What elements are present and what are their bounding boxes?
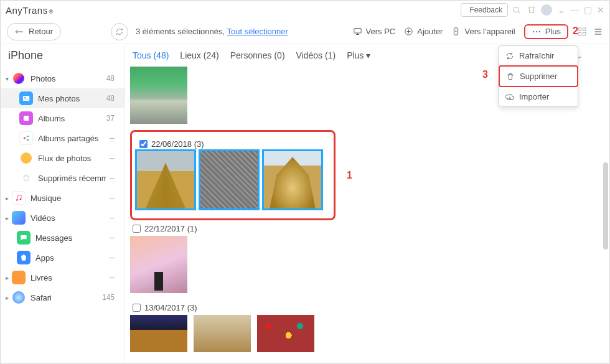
close-icon[interactable]: ✕ [597,5,604,15]
svg-point-13 [24,97,26,98]
photos-icon [12,72,26,85]
select-all-link[interactable]: Tout sélectionner [227,27,288,36]
filter-places[interactable]: Lieux (24) [180,50,218,60]
monitor-icon [353,27,362,36]
maximize-icon[interactable]: ▢ [584,5,592,15]
sidebar-count: -- [110,134,118,142]
photo-thumb[interactable] [130,315,187,352]
photo-thumb[interactable] [137,151,194,208]
sidebar-count: -- [110,154,118,162]
albums-icon [19,111,33,125]
messages-icon [17,231,30,245]
stream-icon [19,151,33,165]
photo-thumb[interactable] [257,315,314,352]
svg-point-1 [514,7,518,12]
group-checkbox[interactable] [133,225,141,233]
dropdown-import[interactable]: Importer [499,87,578,106]
sidebar-item-safari[interactable]: ▸ Safari 145 [1,287,124,307]
trademark: ® [49,9,54,15]
photo-thumb[interactable] [200,151,258,208]
filter-people[interactable]: Personnes (0) [230,50,285,60]
more-button[interactable]: Plus 2 [524,24,568,39]
list-view-icon[interactable] [593,27,603,37]
sidebar-item-shared[interactable]: Albums partagés -- [1,128,124,148]
to-pc-label: Vers PC [366,27,396,36]
sidebar-count: -- [110,174,118,182]
refresh-button[interactable] [111,23,128,40]
svg-rect-14 [24,116,29,121]
shirt-icon[interactable] [525,4,538,16]
sidebar-item-apps[interactable]: Apps -- [1,248,124,268]
filter-videos[interactable]: Vidéos (1) [296,50,336,60]
sidebar-item-messages[interactable]: Messages -- [1,228,124,248]
callout-2: 2 [573,26,578,37]
sidebar-item-myphotos[interactable]: Mes photos 48 [1,88,124,108]
sidebar-item-deleted[interactable]: Supprimés récemment -- [1,168,124,188]
svg-point-19 [20,198,21,200]
chevron-right-icon[interactable]: ▸ [6,195,12,202]
chevron-down-icon[interactable]: ▾ [6,75,12,82]
feedback-button[interactable]: Feedback [461,3,508,17]
avatar-icon[interactable] [540,4,553,16]
photo-thumb[interactable] [194,315,251,352]
chevron-right-icon[interactable]: ▸ [6,294,12,301]
dropdown-refresh[interactable]: Rafraîchir [499,46,578,65]
safari-icon [12,291,26,304]
videos-icon [12,211,26,225]
refresh-icon [115,27,124,36]
add-label: Ajouter [417,27,443,36]
plus-circle-icon [404,27,413,36]
sidebar-count: 48 [106,74,118,83]
caret-down-icon[interactable]: ⌄ [558,5,565,15]
filter-all[interactable]: Tous (48) [133,50,169,60]
sidebar-label: Vidéos [30,213,55,223]
sidebar-label: Flux de photos [38,154,91,163]
body: iPhone ▾ Photos 48 Mes photos 48 Albums … [1,44,609,364]
sidebar-item-books[interactable]: ▸ Livres -- [1,268,124,287]
back-button[interactable]: Retour [7,23,61,40]
group-checkbox[interactable] [133,304,141,312]
search-icon[interactable] [510,4,523,16]
dropdown-delete[interactable]: Supprimer 3 [499,65,578,87]
to-pc-button[interactable]: Vers PC [353,27,396,36]
sidebar-item-photos[interactable]: ▾ Photos 48 [1,68,124,88]
svg-point-16 [27,136,29,137]
sidebar-label: Photos [30,74,55,83]
dropdown-label: Supprimer [520,72,557,81]
minimize-icon[interactable]: — [570,5,579,15]
group-date: 22/06/2018 (3) [151,139,204,149]
sidebar-count: -- [110,233,118,242]
sidebar-item-videos[interactable]: ▸ Vidéos -- [1,208,124,228]
photo-scroll[interactable]: 22/06/2018 (3) 1 22/12/2017 (1) [125,65,609,361]
photo-thumb[interactable] [130,236,187,293]
sidebar-label: Albums partagés [38,134,99,143]
scrollbar[interactable] [603,162,608,250]
sidebar-item-music[interactable]: ▸ Musique -- [1,188,124,208]
sidebar-item-albums[interactable]: Albums 37 [1,108,124,128]
grid-view-icon[interactable] [577,27,587,37]
filter-more-label: Plus [347,50,364,60]
cloud-down-icon [505,93,514,101]
group-header[interactable]: 22/06/2018 (3) [137,136,329,151]
sidebar-label: Livres [30,273,52,282]
sidebar-label: Supprimés récemment [38,174,106,183]
group-checkbox[interactable] [139,140,148,148]
add-button[interactable]: Ajouter [404,27,443,36]
group-header[interactable]: 22/12/2017 (1) [130,220,609,236]
chevron-right-icon[interactable]: ▸ [6,274,12,281]
filter-more[interactable]: Plus ▾ [347,50,370,60]
to-device-button[interactable]: Vers l'appareil [451,27,515,36]
svg-point-6 [536,30,537,32]
photo-thumb[interactable] [264,151,321,208]
sidebar: iPhone ▾ Photos 48 Mes photos 48 Albums … [1,44,125,364]
chevron-right-icon[interactable]: ▸ [6,215,12,222]
sidebar-count: -- [110,253,118,262]
selection-count: 3 éléments sélectionnés, [136,27,227,36]
photo-thumb[interactable] [130,67,187,124]
sidebar-item-stream[interactable]: Flux de photos -- [1,148,124,168]
toolbar: Retour 3 éléments sélectionnés, Tout sél… [1,19,609,44]
svg-rect-2 [354,29,360,34]
device-name: iPhone [1,47,124,68]
group-header[interactable]: 13/04/2017 (3) [130,299,609,315]
svg-rect-11 [583,32,586,35]
